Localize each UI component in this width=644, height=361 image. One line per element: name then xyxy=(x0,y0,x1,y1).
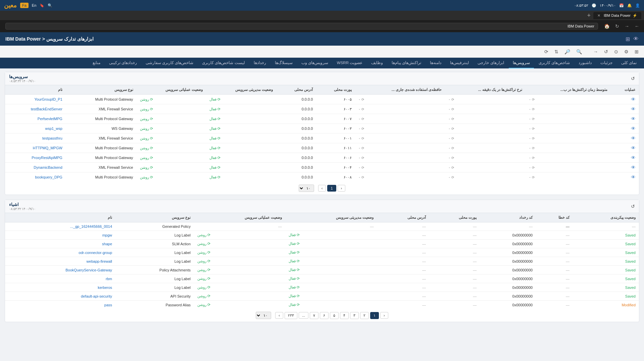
nav-item-tasks[interactable]: وظایف xyxy=(367,58,387,68)
nav-item-overview[interactable]: نمای کلی xyxy=(617,58,641,68)
services-name-cell[interactable]: wsp1_wsp xyxy=(5,124,66,134)
objects-page-7[interactable]: ۷ xyxy=(310,312,318,319)
lang-en[interactable]: En xyxy=(32,3,36,7)
objects-save-cell: Saved xyxy=(573,257,639,266)
objects-name-cell[interactable]: rbm xyxy=(5,274,115,283)
services-name-cell[interactable]: bookquery_DPG xyxy=(5,172,66,182)
eye-icon-row[interactable]: 👁 xyxy=(631,136,636,141)
history-button[interactable]: ⊙ xyxy=(612,48,620,56)
nav-item-usage-metrics[interactable]: شاخص‌های کاربری xyxy=(535,58,574,68)
objects-name-cell[interactable]: odr-connector-group xyxy=(5,248,115,257)
objects-event-cell: 0x00000000 xyxy=(480,257,536,266)
nav-item-web-services[interactable]: سرویس‌های وب xyxy=(297,58,332,68)
lang-fa[interactable]: Fa xyxy=(20,3,29,8)
objects-next-btn[interactable]: › xyxy=(275,312,283,319)
home-button[interactable]: 🏠 xyxy=(602,22,612,30)
nav-item-interfaces[interactable]: اینترفیس‌ها xyxy=(446,58,473,68)
refresh-toolbar-button[interactable]: ↺ xyxy=(602,48,610,56)
nav-item-custom-metrics[interactable]: شاخص‌های کاربری سفارشی xyxy=(142,58,197,68)
forward-button[interactable]: → xyxy=(623,22,631,30)
services-name-cell[interactable]: PerfsevletMPG xyxy=(5,114,66,124)
nav-item-wsrr[interactable]: عضویت WSRR xyxy=(333,58,366,68)
eye-icon-row[interactable]: 👁 xyxy=(631,116,636,121)
eye-icon-row[interactable]: 👁 xyxy=(631,155,636,160)
new-tab-button[interactable]: + xyxy=(587,12,591,19)
nav-item-domains[interactable]: دامنه‌ها xyxy=(426,58,445,68)
objects-page-2[interactable]: ۲ xyxy=(360,312,369,319)
nav-item-details[interactable]: جزئیات xyxy=(596,58,616,68)
objects-panel-header: ↺ اشیاء ۱۴۰۰/۹/۱۰ ۰۸:۵۳:۳۲ xyxy=(5,200,639,213)
export-button[interactable]: ⟳ xyxy=(542,48,550,56)
user-icon[interactable]: 👤 xyxy=(635,3,640,8)
eye-icon-row[interactable]: 👁 xyxy=(631,165,636,170)
reload-button[interactable]: ↻ xyxy=(613,22,621,30)
zoom-in-button[interactable]: 🔎 xyxy=(562,48,572,56)
services-name-cell[interactable]: ProxyRestApiMPG xyxy=(5,153,66,163)
services-row: 👁 ⟳ ۰ ⟳ ۰ ⟳ ۰ ۶۰۰۷ 0.0.0.0 ⟳ فعال ⟳ روشن… xyxy=(5,114,639,124)
nav-item-combined-events[interactable]: رخدادهای ترکیبی xyxy=(105,58,141,68)
objects-page-6[interactable]: ۶ xyxy=(320,312,329,319)
address-bar[interactable] xyxy=(5,23,598,30)
objects-name-cell[interactable]: kerberos xyxy=(5,283,115,292)
services-name-cell[interactable]: testpassthru xyxy=(5,134,66,143)
objects-page-last[interactable]: ۲۳۳ xyxy=(285,312,297,319)
services-tx-rate-cell: ⟳ ۰ xyxy=(445,124,526,134)
eye-icon-row[interactable]: 👁 xyxy=(631,97,636,102)
eye-icon-row[interactable]: 👁 xyxy=(631,174,636,180)
objects-name-cell[interactable]: mpgw xyxy=(5,231,115,240)
services-name-cell[interactable]: HTTPMQ_MPGW xyxy=(5,143,66,153)
nav-item-external-tools[interactable]: ابزارهای خارجی xyxy=(474,58,508,68)
services-page-size-select[interactable]: ۱۰ ۲۵ ۵۰ xyxy=(299,185,314,192)
objects-addr-cell: — xyxy=(377,257,429,266)
objects-page-size-select[interactable]: ۱۰ ۲۵ ۵۰ xyxy=(256,312,271,319)
search-icon-top[interactable]: 🔍 xyxy=(48,3,52,8)
services-name-cell[interactable]: DynamicBackend xyxy=(5,163,66,172)
services-name-cell[interactable]: testBackEndServer xyxy=(5,104,66,114)
objects-mgmt-cell: ⟳ فعال xyxy=(285,257,377,266)
objects-name-cell[interactable]: webapp-firewall xyxy=(5,257,115,266)
nav-item-metrics-list[interactable]: لیست شاخص‌های کاربری xyxy=(198,58,249,68)
objects-pagination: ‹ ۱ ۲ ۳ ۴ ۵ ۶ ۷ ... ۲۳۳ › ۱۰ ۲۵ ۵۰ xyxy=(5,309,639,322)
nav-item-syslogs[interactable]: سیسلاگ‌ها xyxy=(271,58,297,68)
services-tx-rate-cell: ⟳ ۰ xyxy=(445,143,526,153)
objects-page-3[interactable]: ۳ xyxy=(350,312,359,319)
tab-close-icon[interactable]: ✕ xyxy=(597,13,600,18)
nav-item-msg-transactions[interactable]: تراکنش‌های پیام‌ها xyxy=(388,58,425,68)
search-toolbar-button[interactable]: 🔍 xyxy=(574,48,584,56)
objects-name-cell[interactable]: gp_1624445666_0014_... xyxy=(5,222,115,231)
objects-refresh-button[interactable]: ↺ xyxy=(631,204,635,209)
services-next-btn[interactable]: › xyxy=(318,185,326,192)
services-row: 👁 ⟳ ۰ ⟳ ۰ ⟳ ۰ ۶۰۰۴ 0.0.0.0 ⟳ فعال ⟳ روشن… xyxy=(5,163,639,172)
objects-name-cell[interactable]: BookQueryService-Gateway xyxy=(5,266,115,274)
nav-item-resources[interactable]: منابع xyxy=(89,58,104,68)
services-prev-btn[interactable]: ‹ xyxy=(338,185,346,192)
new-button[interactable]: ⊞ xyxy=(633,48,641,56)
objects-page-5[interactable]: ۵ xyxy=(330,312,339,319)
alert-icon[interactable]: 🔔 xyxy=(627,3,632,8)
objects-name-cell[interactable]: default-api-security xyxy=(5,292,115,301)
grid-icon[interactable]: ⊞ xyxy=(626,36,630,42)
services-ops-cell: 👁 xyxy=(611,163,639,172)
back-button[interactable]: ← xyxy=(633,22,641,30)
objects-page-1[interactable]: ۱ xyxy=(370,312,379,319)
nav-item-events[interactable]: رخدادها xyxy=(250,58,270,68)
bookmark-icon[interactable]: 🔖 xyxy=(40,3,44,8)
eye-icon-row[interactable]: 👁 xyxy=(631,106,636,112)
nav-item-dashboard[interactable]: داشبورد xyxy=(575,58,596,68)
eye-icon-row[interactable]: 👁 xyxy=(631,145,636,151)
objects-page-4[interactable]: ۴ xyxy=(340,312,349,319)
services-name-cell[interactable]: YourGroupID_P1 xyxy=(5,95,66,104)
ocol-name: نام xyxy=(5,213,115,222)
browser-tab-active[interactable]: ⚡ IBM Data Power ✕ xyxy=(593,12,641,19)
services-refresh-button[interactable]: ↺ xyxy=(631,76,635,81)
objects-name-cell[interactable]: pass xyxy=(5,301,115,309)
sort-button[interactable]: ⇅ xyxy=(552,48,560,56)
services-page-1[interactable]: 1 xyxy=(327,185,336,192)
objects-prev-btn[interactable]: ‹ xyxy=(380,312,388,319)
objects-name-cell[interactable]: shape xyxy=(5,240,115,248)
eye-icon-header[interactable]: 👁 xyxy=(633,36,639,42)
nav-item-services[interactable]: سرویس‌ها xyxy=(509,58,534,68)
forward-toolbar-button[interactable]: → xyxy=(591,48,600,56)
settings-button[interactable]: ⚙ xyxy=(622,48,631,56)
eye-icon-row[interactable]: 👁 xyxy=(631,126,636,131)
